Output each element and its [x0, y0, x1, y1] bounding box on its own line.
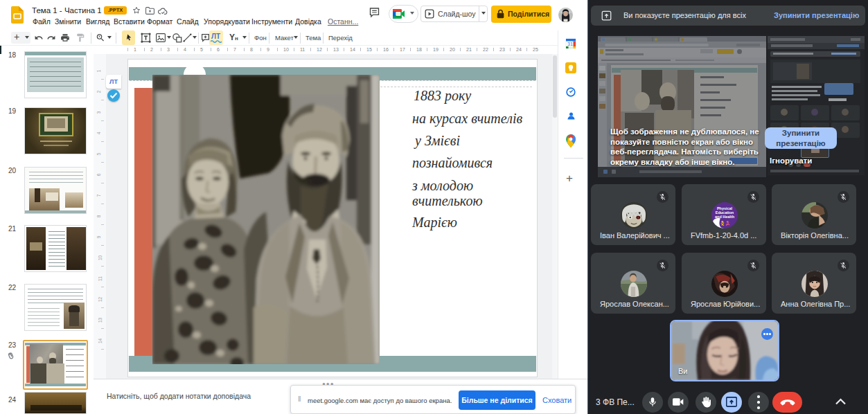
svg-text:Education: Education: [716, 210, 734, 215]
svg-text:31: 31: [567, 42, 573, 46]
svg-text:Physical: Physical: [717, 206, 733, 210]
svg-text:and Health: and Health: [715, 215, 734, 219]
